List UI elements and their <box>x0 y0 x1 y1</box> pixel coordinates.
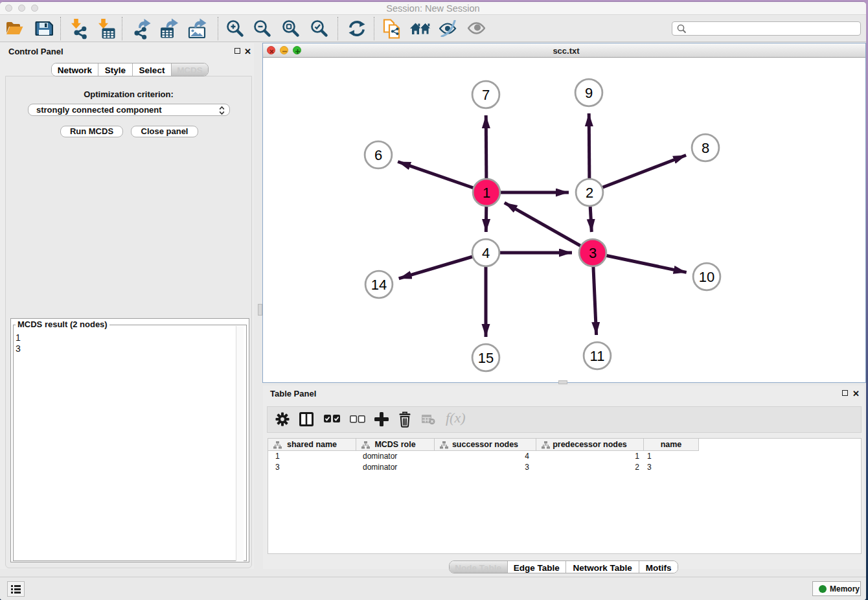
svg-text:6: 6 <box>374 147 382 163</box>
svg-text:11: 11 <box>590 348 605 364</box>
svg-text:8: 8 <box>702 140 709 156</box>
svg-text:7: 7 <box>482 87 490 103</box>
svg-text:9: 9 <box>585 85 593 101</box>
svg-text:3: 3 <box>589 245 597 261</box>
svg-text:10: 10 <box>699 269 714 285</box>
svg-text:15: 15 <box>478 350 494 366</box>
svg-text:1: 1 <box>483 185 490 201</box>
svg-text:14: 14 <box>371 277 387 293</box>
svg-text:4: 4 <box>482 245 490 261</box>
svg-text:2: 2 <box>586 185 593 201</box>
